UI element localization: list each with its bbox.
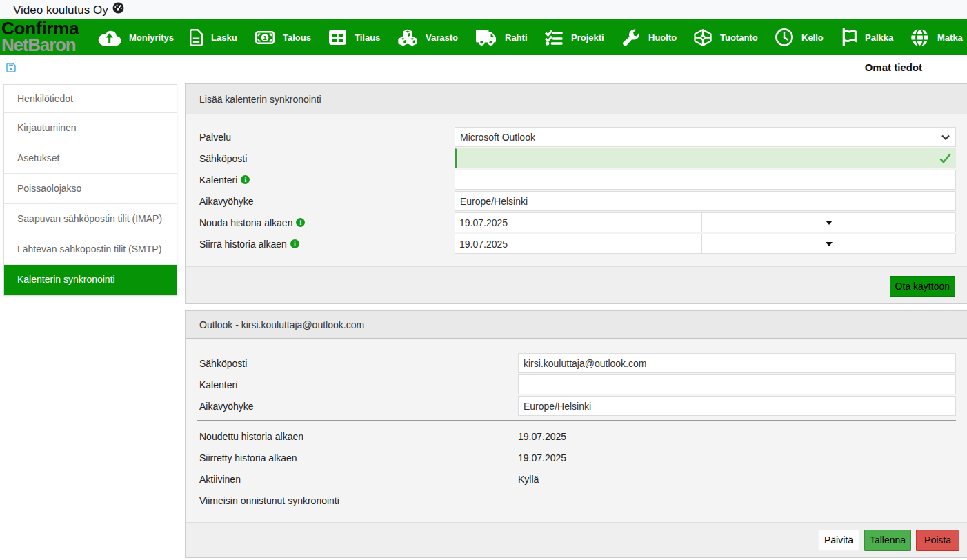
svg-text:1: 1 <box>263 34 267 41</box>
